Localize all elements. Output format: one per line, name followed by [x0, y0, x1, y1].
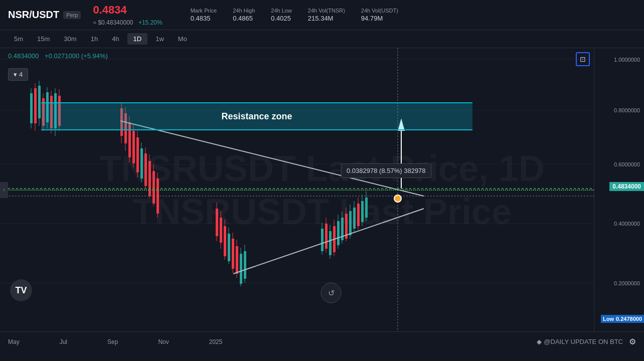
price-axis: 1.0000000 0.8000000 0.6000000 0.4000000 …: [594, 48, 644, 331]
chart-container: TNSRUSDT Last Price, 1D TNSRUSDT Last Pr…: [0, 48, 644, 331]
bottom-dates: May Jul Sep Nov 2025: [8, 338, 222, 345]
settings-icon[interactable]: ⚙: [629, 337, 636, 346]
candles-sep: [216, 203, 246, 286]
ohlc-change: +0.0271000 (+5.94%): [45, 52, 108, 60]
price-tick-2: 0.8000000: [614, 107, 640, 113]
tf-15m[interactable]: 15m: [31, 33, 56, 45]
left-arrow-icon: ‹: [3, 187, 5, 193]
stat-label-vol-usdt: 24h Vol(USDT): [361, 8, 398, 14]
stat-vol-tnsr: 24h Vol(TNSR) 215.34M: [308, 8, 345, 22]
date-may: May: [8, 338, 20, 345]
resistance-label: Resistance zone: [221, 111, 292, 122]
candles-nov: [321, 191, 368, 259]
upper-trendline: [120, 121, 424, 196]
tv-text: TV: [15, 285, 27, 296]
tv-logo: TV: [10, 279, 32, 301]
usd-price-row: ≈ $0.48340000 +15.20%: [93, 18, 162, 27]
fullscreen-button[interactable]: ⊡: [576, 52, 590, 66]
main-price: 0.4834: [93, 4, 162, 17]
low-label: Low: [603, 316, 614, 322]
brand-text: @DAILY UPDATE ON BTC: [544, 338, 623, 345]
collapse-count: 4: [19, 71, 23, 78]
cursor-circle: [394, 195, 402, 203]
bottom-bar: May Jul Sep Nov 2025 ◆ @DAILY UPDATE ON …: [0, 331, 644, 351]
stat-value-mark: 0.4835: [191, 15, 217, 22]
header: NSR/USDT Perp 0.4834 ≈ $0.48340000 +15.2…: [0, 0, 644, 30]
tf-4h[interactable]: 4h: [106, 33, 125, 45]
dotted-price-line: [0, 190, 594, 191]
stat-value-high: 0.4865: [233, 15, 255, 22]
ohlc-info: 0.4834000 +0.0271000 (+5.94%): [8, 52, 108, 60]
tf-30m[interactable]: 30m: [58, 33, 82, 45]
tf-1d[interactable]: 1D: [127, 33, 148, 45]
stat-value-low: 0.4025: [271, 15, 292, 22]
change-pct: +15.20%: [138, 19, 163, 26]
stat-label-high: 24h High: [233, 8, 255, 14]
sidebar-collapse-arrow[interactable]: ‹: [0, 182, 8, 198]
tf-1h[interactable]: 1h: [85, 33, 104, 45]
tf-5m[interactable]: 5m: [8, 33, 29, 45]
stats-block: Mark Price 0.4835 24h High 0.4865 24h Lo…: [191, 8, 398, 22]
lower-trendline: [233, 209, 424, 274]
usd-price: ≈ $0.48340000: [93, 19, 133, 26]
current-price-badge: 0.4834000: [609, 182, 644, 191]
price-tick-5: 0.2000000: [614, 280, 640, 286]
symbol-name: NSR/USDT: [8, 9, 59, 21]
collapse-arrow-icon: ▾: [14, 71, 17, 78]
stat-mark-price: Mark Price 0.4835: [191, 8, 217, 22]
tv-circle: TV: [10, 279, 32, 301]
stat-24h-high: 24h High 0.4865: [233, 8, 255, 22]
resistance-zone: Resistance zone: [41, 102, 472, 130]
stat-24h-low: 24h Low 0.4025: [271, 8, 292, 22]
stat-vol-usdt: 24h Vol(USDT) 94.79M: [361, 8, 398, 22]
tooltip-box: 0.0382978 (8.57%) 382978: [341, 163, 431, 178]
stat-label-low: 24h Low: [271, 8, 292, 14]
svg-text:↺: ↺: [328, 289, 335, 297]
watermark-brand: ◆ @DAILY UPDATE ON BTC: [537, 338, 623, 345]
bottom-right: ◆ @DAILY UPDATE ON BTC ⚙: [537, 337, 636, 346]
price-tick-1: 1.0000000: [614, 57, 640, 63]
diamond-icon: ◆: [537, 338, 542, 345]
stat-value-vol-tnsr: 215.34M: [308, 15, 345, 22]
tf-1w[interactable]: 1w: [149, 33, 170, 45]
timeframe-bar: 5m 15m 30m 1h 4h 1D 1w Mo: [0, 30, 644, 48]
chart-controls: ⊡: [576, 52, 590, 66]
collapse-button[interactable]: ▾ 4: [8, 68, 28, 81]
fullscreen-icon: ⊡: [580, 55, 586, 63]
date-nov: Nov: [158, 338, 169, 345]
stat-label-vol-tnsr: 24h Vol(TNSR): [308, 8, 345, 14]
perp-badge: Perp: [63, 11, 81, 19]
low-price-badge: Low 0.2478000: [601, 315, 644, 323]
current-price-value: 0.4834000: [612, 183, 641, 190]
date-sep: Sep: [107, 338, 118, 345]
tf-mo[interactable]: Mo: [172, 33, 193, 45]
tooltip-text: 0.0382978 (8.57%) 382978: [347, 167, 426, 174]
low-price-value: 0.2478000: [616, 316, 642, 322]
price-tick-3: 0.6000000: [614, 161, 640, 167]
stat-value-vol-usdt: 94.79M: [361, 15, 398, 22]
price-tick-4: 0.4000000: [614, 221, 640, 227]
stat-label-mark: Mark Price: [191, 8, 217, 14]
price-block: 0.4834 ≈ $0.48340000 +15.20%: [93, 4, 162, 27]
date-2025: 2025: [209, 338, 223, 345]
ohlc-price: 0.4834000: [8, 52, 39, 60]
date-jul: Jul: [60, 338, 67, 345]
symbol-block: NSR/USDT Perp: [8, 9, 81, 21]
